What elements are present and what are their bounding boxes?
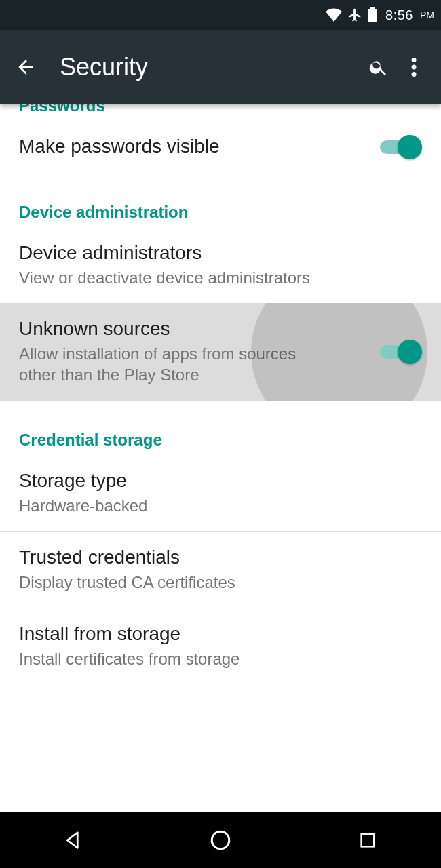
svg-point-4 <box>412 72 417 77</box>
nav-home-button[interactable] <box>193 823 248 857</box>
svg-rect-0 <box>368 9 377 22</box>
row-subtitle: Allow installation of apps from sources … <box>19 343 304 385</box>
section-header-passwords: Passwords <box>0 104 441 121</box>
section-header-credential-storage: Credential storage <box>0 420 441 455</box>
settings-list[interactable]: Passwords Make passwords visible Device … <box>0 104 441 812</box>
battery-icon <box>368 7 377 22</box>
navigation-bar <box>0 812 441 868</box>
clock-ampm: PM <box>420 9 434 20</box>
section-header-device-admin: Device administration <box>0 192 441 227</box>
screen: 8:56 PM Security Passwords Make password… <box>0 0 441 868</box>
svg-point-2 <box>412 58 417 62</box>
spacer <box>0 401 441 420</box>
back-button[interactable] <box>12 54 39 81</box>
clock-time: 8:56 <box>385 7 413 23</box>
svg-rect-6 <box>361 834 374 847</box>
row-device-administrators[interactable]: Device administrators View or deactivate… <box>0 227 441 303</box>
svg-point-3 <box>412 65 417 70</box>
app-bar: Security <box>0 30 441 104</box>
toggle-thumb <box>398 135 422 159</box>
spacer <box>0 173 441 192</box>
row-subtitle: Display trusted CA certificates <box>19 572 422 593</box>
svg-point-5 <box>212 831 229 849</box>
nav-back-button[interactable] <box>46 823 100 857</box>
toggle-make-passwords-visible[interactable] <box>380 135 422 159</box>
airplane-icon <box>347 7 362 22</box>
row-storage-type[interactable]: Storage type Hardware-backed <box>0 455 441 531</box>
row-subtitle: Install certificates from storage <box>19 648 422 669</box>
row-title: Unknown sources <box>19 317 360 340</box>
row-trusted-credentials[interactable]: Trusted credentials Display trusted CA c… <box>0 532 441 608</box>
row-unknown-sources[interactable]: Unknown sources Allow installation of ap… <box>0 303 441 400</box>
nav-recents-button[interactable] <box>341 823 395 857</box>
toggle-unknown-sources[interactable] <box>380 340 422 364</box>
status-bar: 8:56 PM <box>0 0 441 30</box>
svg-rect-1 <box>370 7 375 9</box>
row-title: Storage type <box>19 469 422 492</box>
row-make-passwords-visible[interactable]: Make passwords visible <box>0 121 441 173</box>
search-button[interactable] <box>364 52 394 82</box>
row-title: Make passwords visible <box>19 134 360 158</box>
wifi-icon <box>326 8 342 22</box>
row-subtitle: View or deactivate device administrators <box>19 267 422 288</box>
row-install-from-storage[interactable]: Install from storage Install certificate… <box>0 608 441 684</box>
overflow-menu-button[interactable] <box>399 52 429 82</box>
row-subtitle: Hardware-backed <box>19 495 422 516</box>
row-title: Trusted credentials <box>19 545 422 569</box>
row-title: Install from storage <box>19 622 422 646</box>
page-title: Security <box>60 53 358 81</box>
toggle-thumb <box>398 340 422 364</box>
row-title: Device administrators <box>19 241 422 264</box>
